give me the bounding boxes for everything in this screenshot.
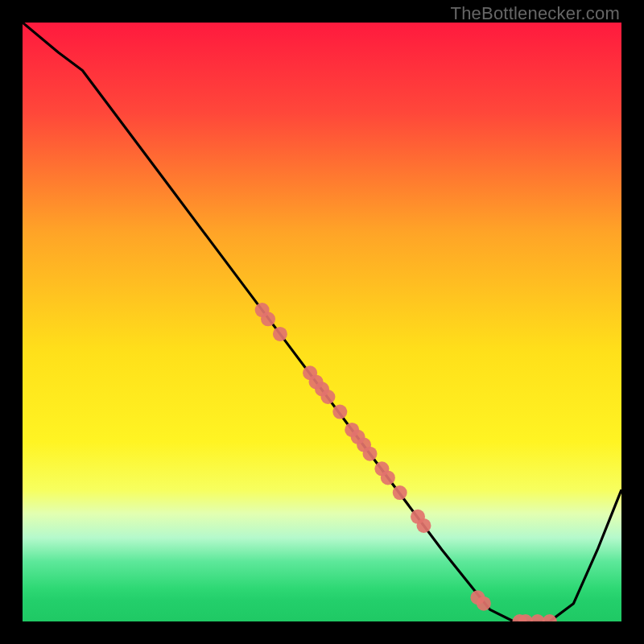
data-point: [261, 312, 275, 326]
watermark-text: TheBottlenecker.com: [451, 3, 620, 24]
data-point: [273, 327, 287, 341]
data-point: [381, 470, 395, 485]
data-point: [477, 597, 491, 611]
data-point: [363, 447, 378, 461]
data-point: [320, 390, 335, 404]
data-point: [416, 518, 431, 533]
data-point: [393, 485, 407, 500]
data-point: [332, 405, 347, 419]
chart-frame: [23, 23, 621, 621]
chart-svg: [23, 23, 621, 621]
